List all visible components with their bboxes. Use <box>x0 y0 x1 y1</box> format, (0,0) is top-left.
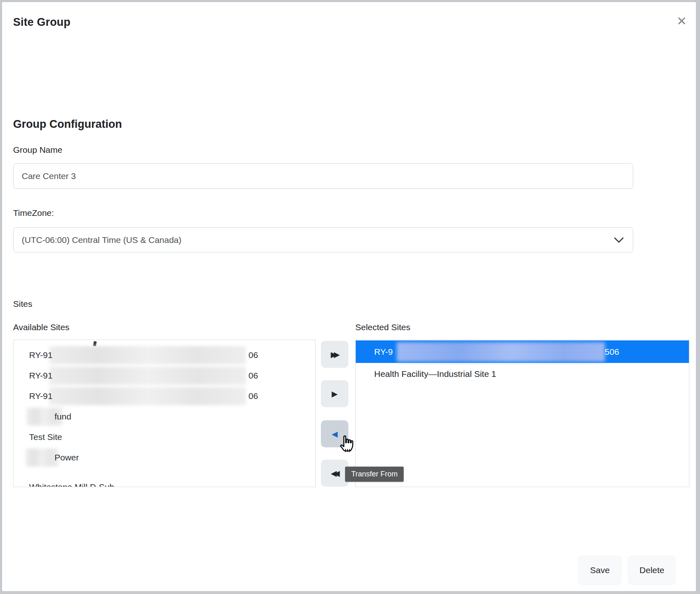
available-sites-list[interactable]: RY-9106RY-9106RY-9106fundTest SitePowerW… <box>13 340 316 487</box>
timezone-label: TimeZone: <box>13 208 54 218</box>
transfer-left-icon: ◀ <box>332 430 338 438</box>
selected-sites-label: Selected Sites <box>355 322 410 332</box>
list-item-partial[interactable] <box>14 340 315 345</box>
site-name-suffix: 06 <box>248 371 258 381</box>
sites-heading: Sites <box>13 299 32 309</box>
dialog-footer: Save Delete <box>578 556 675 585</box>
list-item[interactable]: fund <box>14 406 315 427</box>
selected-sites-list[interactable]: RY-9506Health Facility—Industrial Site 1 <box>355 340 689 487</box>
site-name-prefix: RY-91 <box>29 391 52 401</box>
transfer-from-tooltip: Transfer From <box>345 467 404 482</box>
close-icon[interactable]: ✕ <box>677 15 687 27</box>
group-name-label: Group Name <box>13 145 62 155</box>
site-name-suffix: 06 <box>248 391 258 401</box>
group-name-input[interactable] <box>13 163 633 189</box>
site-name: Health Facility—Industrial Site 1 <box>374 369 496 379</box>
site-name-prefix: RY-91 <box>29 371 52 381</box>
page-title: Site Group <box>13 16 70 29</box>
save-button[interactable]: Save <box>578 556 621 585</box>
site-name-prefix: RY-9 <box>374 347 393 357</box>
redacted-text-blur <box>397 342 605 362</box>
list-item-selected[interactable]: RY-9506 <box>356 340 689 363</box>
site-name: Power <box>55 453 79 463</box>
list-item[interactable]: Test Site <box>14 427 315 447</box>
site-group-dialog: Site Group ✕ Group Configuration Group N… <box>1 1 697 592</box>
redacted-text-blur <box>49 367 246 385</box>
site-name: Test Site <box>29 432 62 442</box>
redacted-text-blur <box>49 387 246 405</box>
timezone-select[interactable]: (UTC-06:00) Central Time (US & Canada) <box>13 227 633 252</box>
transfer-right-icon: ▶ <box>332 390 338 398</box>
redacted-text-blur <box>49 346 246 364</box>
site-name: fund <box>55 412 71 422</box>
site-name-suffix: 506 <box>605 347 619 357</box>
list-item[interactable]: RY-9106 <box>14 345 315 365</box>
site-name-prefix: RY-91 <box>29 350 52 360</box>
transfer-all-left-button[interactable]: ◀◀ <box>321 460 348 487</box>
list-item[interactable]: RY-9106 <box>14 386 315 406</box>
transfer-all-right-icon: ▶▶ <box>332 351 337 358</box>
transfer-right-button[interactable]: ▶ <box>321 380 348 407</box>
list-item[interactable]: RY-9106 <box>14 365 315 386</box>
group-configuration-heading: Group Configuration <box>13 118 122 131</box>
transfer-left-button[interactable]: ◀ <box>321 420 348 447</box>
timezone-selected-value: (UTC-06:00) Central Time (US & Canada) <box>22 235 182 245</box>
redacted-text-blur <box>26 449 59 467</box>
available-sites-label: Available Sites <box>13 322 69 332</box>
chevron-down-icon <box>614 236 624 246</box>
site-name-suffix: 06 <box>248 350 258 360</box>
transfer-all-right-button[interactable]: ▶▶ <box>321 341 348 368</box>
list-item[interactable]: Power <box>14 447 315 468</box>
list-item[interactable]: Whitestone Mill D-Sub <box>14 477 315 487</box>
list-item[interactable]: Health Facility—Industrial Site 1 <box>356 363 689 385</box>
site-name: Whitestone Mill D-Sub <box>29 482 114 487</box>
delete-button[interactable]: Delete <box>628 556 675 585</box>
transfer-all-left-icon: ◀◀ <box>332 469 337 477</box>
